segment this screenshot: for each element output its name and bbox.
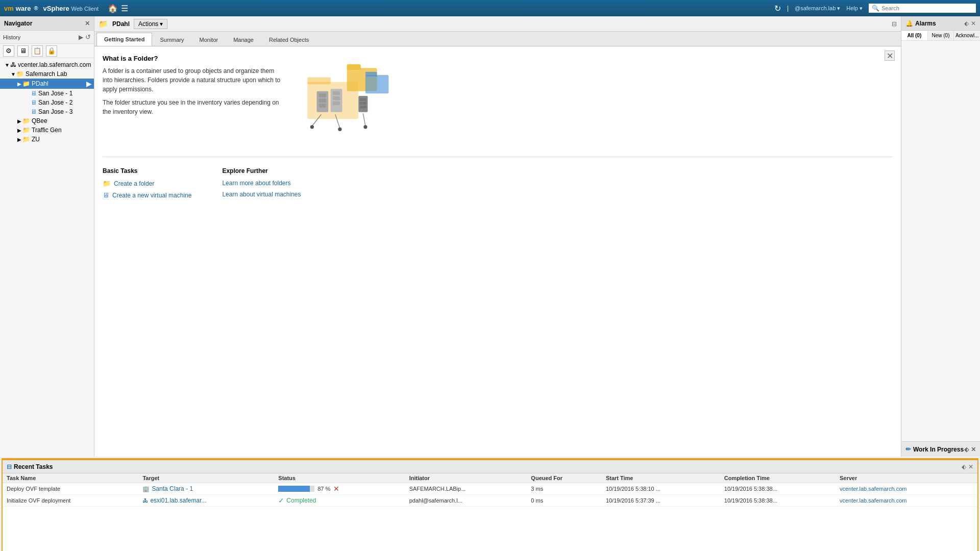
tab-monitor[interactable]: Monitor bbox=[192, 33, 226, 46]
tabs-bar: Getting Started Summary Monitor Manage R… bbox=[94, 32, 901, 46]
tree-item-san-jose-2[interactable]: 🖥 San Jose - 2 bbox=[0, 98, 94, 107]
user-menu[interactable]: @safemarch.lab ▾ bbox=[795, 5, 840, 12]
tree-item-safemarch-lab[interactable]: ▼ 📁 Safemarch Lab bbox=[0, 69, 94, 79]
tree-item-traffic-gen[interactable]: ▶ 📁 Traffic Gen bbox=[0, 126, 94, 135]
tree-item-vcenter[interactable]: ▼ 🖧 vcenter.lab.safemarch.com bbox=[0, 60, 94, 69]
task-completion-time-cell: 10/19/2016 5:38:38... bbox=[720, 483, 836, 495]
progress-bar bbox=[278, 486, 314, 492]
task-queued-cell: 3 ms bbox=[527, 483, 602, 495]
col-target: Target bbox=[138, 473, 274, 483]
tree-item-san-jose-1[interactable]: 🖥 San Jose - 1 bbox=[0, 89, 94, 98]
tree-item-zu[interactable]: ▶ 📁 ZU bbox=[0, 135, 94, 144]
tasks-table: Task Name Target Status Initiator Queued… bbox=[3, 473, 977, 507]
table-row: Deploy OVF template🏢Santa Clara - 187 %✕… bbox=[3, 483, 977, 495]
target-icon: 🏢 bbox=[142, 486, 150, 492]
tab-getting-started[interactable]: Getting Started bbox=[96, 33, 152, 46]
tab-related-objects[interactable]: Related Objects bbox=[261, 33, 316, 46]
link-learn-vm[interactable]: Learn about virtual machines bbox=[222, 191, 301, 198]
expand-pdahl[interactable]: ▶ bbox=[16, 81, 22, 87]
link-create-folder[interactable]: 📁 Create a folder bbox=[103, 180, 191, 187]
alarm-tab-acknowledged[interactable]: Acknowl... bbox=[954, 31, 980, 40]
rt-close-icon[interactable]: ✕ bbox=[968, 463, 973, 470]
filter-button[interactable]: ⊟ bbox=[892, 20, 897, 28]
history-forward-icon[interactable]: ▶ bbox=[79, 34, 83, 41]
recent-tasks-header: ⊟ Recent Tasks ⬖ ✕ bbox=[3, 460, 977, 473]
alarm-tab-new[interactable]: New (0) bbox=[928, 31, 954, 40]
svg-rect-23 bbox=[365, 72, 377, 77]
task-target-cell[interactable]: 🖧esxi01.lab.safemar... bbox=[138, 495, 274, 507]
expand-safemarch[interactable]: ▼ bbox=[10, 71, 16, 77]
svg-point-21 bbox=[363, 125, 367, 129]
sj1-vm-icon: 🖥 bbox=[31, 90, 37, 97]
col-queued-for: Queued For bbox=[527, 473, 602, 483]
recent-tasks-label: Recent Tasks bbox=[14, 463, 53, 470]
task-name-cell: Deploy OVF template bbox=[3, 483, 138, 495]
task-target-cell[interactable]: 🏢Santa Clara - 1 bbox=[138, 483, 274, 495]
topbar: vmware® vSphere Web Client 🏠 ☰ ↻ | @safe… bbox=[0, 0, 980, 16]
gs-text: What is a Folder? A folder is a containe… bbox=[103, 55, 281, 146]
alarms-header: 🔔 Alarms ⬖ ✕ bbox=[901, 16, 980, 31]
table-row: Initialize OVF deployment🖧esxi01.lab.saf… bbox=[3, 495, 977, 507]
svg-point-20 bbox=[338, 128, 341, 131]
safemarch-folder-icon: 📁 bbox=[16, 70, 24, 78]
svg-rect-7 bbox=[333, 91, 340, 95]
wip-close-icon[interactable]: ✕ bbox=[971, 446, 976, 453]
tree-item-pdahl[interactable]: ▶ 📁 PDahl ▶ bbox=[0, 79, 94, 89]
learn-vm-label: Learn about virtual machines bbox=[222, 191, 301, 198]
actions-button[interactable]: Actions ▾ bbox=[134, 19, 167, 29]
expand-qbee[interactable]: ▶ bbox=[16, 118, 22, 124]
task-start-time-cell: 10/19/2016 5:38:10 ... bbox=[602, 483, 720, 495]
work-in-progress-panel: ✏ Work In Progress ⬖ ✕ bbox=[901, 441, 980, 457]
alarms-panel: 🔔 Alarms ⬖ ✕ All (0) New (0) Acknowl... … bbox=[901, 16, 980, 457]
rt-undock-icon[interactable]: ⬖ bbox=[962, 463, 966, 470]
history-refresh-icon[interactable]: ↺ bbox=[85, 33, 91, 41]
wip-undock-icon[interactable]: ⬖ bbox=[964, 446, 969, 453]
cancel-task-button[interactable]: ✕ bbox=[333, 485, 339, 493]
task-server-cell[interactable]: vcenter.lab.safemarch.com bbox=[836, 483, 977, 495]
nav-icon-network[interactable]: 🔒 bbox=[46, 45, 57, 57]
tree-item-san-jose-3[interactable]: 🖥 San Jose - 3 bbox=[0, 107, 94, 116]
nav-icon-vms[interactable]: 🖥 bbox=[17, 45, 29, 57]
create-folder-label: Create a folder bbox=[114, 180, 154, 187]
alarms-close-icon[interactable]: ✕ bbox=[971, 20, 976, 27]
expand-traffic-gen[interactable]: ▶ bbox=[16, 128, 22, 133]
target-link[interactable]: esxi01.lab.safemar... bbox=[150, 497, 206, 504]
task-initiator-cell: SAFEMARCH.LABip... bbox=[405, 483, 527, 495]
alarm-tab-all[interactable]: All (0) bbox=[901, 31, 928, 40]
tab-manage[interactable]: Manage bbox=[226, 33, 261, 46]
tree-item-qbee[interactable]: ▶ 📁 QBee bbox=[0, 116, 94, 126]
zu-folder-icon: 📁 bbox=[22, 136, 30, 143]
help-menu[interactable]: Help ▾ bbox=[846, 5, 863, 12]
expand-vcenter[interactable]: ▼ bbox=[4, 62, 10, 68]
task-server-cell[interactable]: vcenter.lab.safemarch.com bbox=[836, 495, 977, 507]
tab-summary[interactable]: Summary bbox=[152, 33, 191, 46]
alarm-bell-icon: 🔔 bbox=[905, 20, 913, 27]
task-status-cell: ✓Completed bbox=[274, 495, 405, 507]
col-task-name: Task Name bbox=[3, 473, 138, 483]
link-create-vm[interactable]: 🖥 Create a new virtual machine bbox=[103, 191, 191, 199]
recent-tasks-controls: ⬖ ✕ bbox=[962, 463, 973, 470]
target-link[interactable]: Santa Clara - 1 bbox=[152, 485, 193, 492]
col-start-time: Start Time bbox=[602, 473, 720, 483]
navigator-close-btn[interactable]: ✕ bbox=[85, 20, 90, 27]
hamburger-icon[interactable]: ☰ bbox=[121, 4, 128, 13]
wip-icon: ✏ bbox=[905, 445, 911, 453]
task-initiator-cell: pdahl@safemarch.l... bbox=[405, 495, 527, 507]
alarms-label: Alarms bbox=[915, 20, 936, 27]
svg-rect-3 bbox=[319, 93, 326, 97]
history-text: History bbox=[3, 34, 77, 40]
nav-icon-servers[interactable]: ⚙ bbox=[3, 45, 14, 57]
refresh-icon[interactable]: ↻ bbox=[774, 4, 781, 13]
gs-title: What is a Folder? bbox=[103, 55, 281, 62]
link-learn-folders[interactable]: Learn more about folders bbox=[222, 180, 301, 187]
search-input[interactable] bbox=[881, 5, 968, 11]
home-icon[interactable]: 🏠 bbox=[108, 4, 118, 13]
gs-close-button[interactable]: ✕ bbox=[885, 51, 895, 61]
expand-zu[interactable]: ▶ bbox=[16, 137, 22, 142]
folder-svg-illustration bbox=[293, 52, 396, 149]
nav-icon-storage[interactable]: 📋 bbox=[32, 45, 43, 57]
svg-rect-8 bbox=[333, 96, 340, 100]
svg-rect-22 bbox=[365, 75, 388, 93]
history-bar: History ▶ ↺ bbox=[0, 31, 94, 44]
alarms-undock-icon[interactable]: ⬖ bbox=[964, 20, 969, 27]
